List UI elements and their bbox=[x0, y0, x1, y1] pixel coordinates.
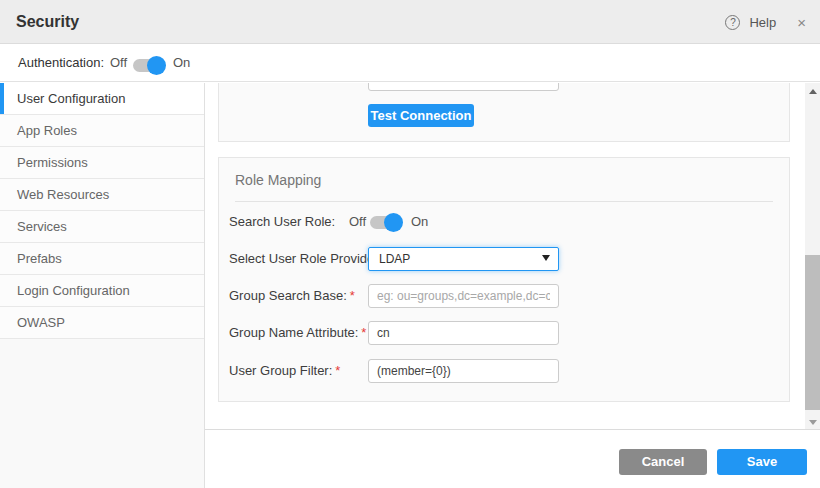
test-connection-button[interactable]: Test Connection bbox=[368, 104, 474, 127]
group-name-attribute-input[interactable] bbox=[368, 321, 559, 345]
required-asterisk: * bbox=[335, 363, 340, 378]
required-asterisk: * bbox=[361, 325, 366, 340]
group-name-attribute-row: Group Name Attribute:* bbox=[219, 321, 789, 345]
user-group-filter-row: User Group Filter:* bbox=[219, 359, 789, 383]
sidebar-item-app-roles[interactable]: App Roles bbox=[0, 115, 204, 147]
search-user-role-row: Search User Role: Off On bbox=[219, 210, 789, 234]
role-mapping-card: Role Mapping Search User Role: Off On Se… bbox=[218, 157, 790, 402]
dialog-header: Security ? Help × bbox=[0, 0, 820, 44]
close-icon[interactable]: × bbox=[797, 14, 806, 31]
save-button[interactable]: Save bbox=[717, 449, 807, 475]
user-role-provider-row: Select User Role Provider: LDAP bbox=[219, 247, 789, 271]
sidebar-item-services[interactable]: Services bbox=[0, 211, 204, 243]
search-user-role-label: Search User Role: bbox=[229, 210, 335, 234]
toggle-knob-icon bbox=[384, 213, 403, 232]
sidebar-item-owasp[interactable]: OWASP bbox=[0, 307, 204, 339]
user-role-provider-label: Select User Role Provider: bbox=[229, 247, 382, 271]
role-mapping-title: Role Mapping bbox=[235, 172, 773, 202]
sidebar-item-permissions[interactable]: Permissions bbox=[0, 147, 204, 179]
scroll-up-icon[interactable] bbox=[805, 83, 820, 98]
authentication-toggle[interactable] bbox=[133, 59, 163, 72]
required-asterisk: * bbox=[350, 288, 355, 303]
toggle-knob-icon bbox=[147, 56, 166, 75]
scrollbar-thumb[interactable] bbox=[805, 255, 820, 410]
security-dialog: Security ? Help × Authentication: Off On… bbox=[0, 0, 820, 488]
search-user-role-on-label: On bbox=[411, 210, 428, 234]
sidebar-item-web-resources[interactable]: Web Resources bbox=[0, 179, 204, 211]
help-icon[interactable]: ? bbox=[725, 15, 740, 30]
authentication-bar: Authentication: Off On bbox=[0, 44, 820, 82]
user-group-filter-label: User Group Filter:* bbox=[229, 359, 340, 383]
authentication-on-label: On bbox=[173, 44, 190, 82]
group-search-base-row: Group Search Base:* bbox=[219, 284, 789, 308]
authentication-off-label: Off bbox=[110, 44, 127, 82]
group-search-base-input[interactable] bbox=[368, 284, 559, 308]
user-configuration-panel: Test Connection Role Mapping Search User… bbox=[206, 83, 820, 429]
authentication-label: Authentication: bbox=[18, 44, 104, 82]
vertical-scrollbar[interactable] bbox=[805, 83, 820, 429]
settings-sidebar: User Configuration App Roles Permissions… bbox=[0, 83, 205, 488]
group-name-attribute-label: Group Name Attribute:* bbox=[229, 321, 366, 345]
help-link[interactable]: Help bbox=[749, 15, 776, 30]
provider-partial-field[interactable] bbox=[368, 83, 559, 91]
search-user-role-off-label: Off bbox=[349, 210, 366, 234]
user-role-provider-value: LDAP bbox=[379, 248, 410, 270]
page-title: Security bbox=[16, 0, 79, 44]
group-search-base-label: Group Search Base:* bbox=[229, 284, 355, 308]
cancel-button[interactable]: Cancel bbox=[619, 449, 707, 475]
ldap-provider-card: Test Connection bbox=[218, 83, 790, 142]
sidebar-item-prefabs[interactable]: Prefabs bbox=[0, 243, 204, 275]
dialog-footer: Cancel Save bbox=[205, 429, 820, 488]
scroll-down-icon[interactable] bbox=[805, 414, 820, 429]
sidebar-item-login-configuration[interactable]: Login Configuration bbox=[0, 275, 204, 307]
chevron-down-icon bbox=[542, 255, 550, 261]
user-role-provider-select[interactable]: LDAP bbox=[368, 247, 559, 271]
search-user-role-toggle[interactable] bbox=[370, 216, 400, 229]
user-group-filter-input[interactable] bbox=[368, 359, 559, 383]
sidebar-item-user-configuration[interactable]: User Configuration bbox=[0, 83, 204, 115]
